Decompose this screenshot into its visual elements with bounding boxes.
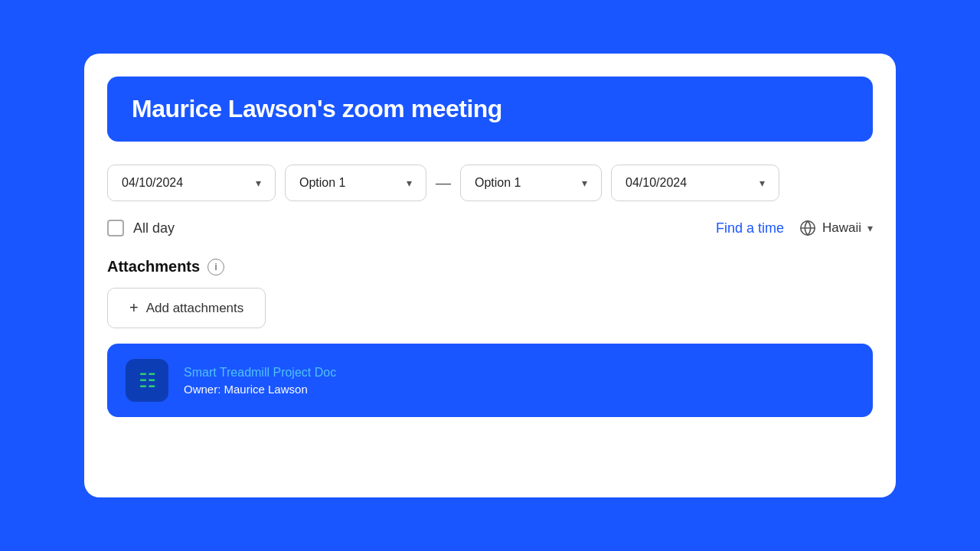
info-icon[interactable]: i [207, 259, 224, 276]
timezone-chevron-icon: ▾ [867, 222, 873, 234]
globe-icon [799, 220, 816, 236]
title-bar: Maurice Lawson's zoom meeting [107, 77, 873, 142]
end-date-value: 04/10/2024 [626, 176, 687, 190]
start-option-select[interactable]: Option 1 ▾ [285, 165, 426, 201]
attachment-item[interactable]: ☷ Smart Treadmill Project Doc Owner: Mau… [107, 344, 873, 417]
timezone-selector[interactable]: Hawaii ▾ [799, 220, 873, 236]
add-attachments-button[interactable]: + Add attachments [107, 288, 266, 328]
plus-icon: + [129, 299, 139, 317]
attachments-section: Attachments i + Add attachments ☷ Smart … [84, 258, 896, 417]
end-option-select[interactable]: Option 1 ▾ [460, 165, 602, 201]
attachment-name: Smart Treadmill Project Doc [184, 366, 336, 380]
all-day-row: All day Find a time Hawaii ▾ [107, 220, 873, 236]
end-date-chevron-icon: ▾ [760, 177, 765, 189]
timezone-label: Hawaii [822, 220, 861, 236]
end-option-value: Option 1 [475, 176, 521, 190]
all-day-checkbox[interactable] [107, 220, 124, 236]
attachment-owner: Owner: Maurice Lawson [184, 383, 336, 396]
attachments-title: Attachments [107, 258, 200, 276]
form-section: 04/10/2024 ▾ Option 1 ▾ — Option 1 ▾ 04/… [84, 142, 896, 236]
start-option-chevron-icon: ▾ [407, 177, 412, 189]
all-day-label: All day [133, 220, 175, 236]
dash-separator: — [436, 174, 451, 192]
end-date-select[interactable]: 04/10/2024 ▾ [611, 165, 779, 201]
start-option-value: Option 1 [299, 176, 345, 190]
attachments-header: Attachments i [107, 258, 873, 276]
add-attachments-label: Add attachments [146, 301, 244, 316]
start-date-chevron-icon: ▾ [256, 177, 261, 189]
date-row: 04/10/2024 ▾ Option 1 ▾ — Option 1 ▾ 04/… [107, 165, 873, 201]
start-date-select[interactable]: 04/10/2024 ▾ [107, 165, 276, 201]
meeting-title: Maurice Lawson's zoom meeting [132, 95, 502, 122]
end-option-chevron-icon: ▾ [582, 177, 587, 189]
modal-container: Maurice Lawson's zoom meeting 04/10/2024… [84, 54, 896, 497]
document-icon: ☷ [139, 369, 156, 393]
start-date-value: 04/10/2024 [122, 176, 183, 190]
attachment-info: Smart Treadmill Project Doc Owner: Mauri… [184, 366, 336, 396]
find-a-time-link[interactable]: Find a time [716, 220, 784, 236]
attachment-icon-wrapper: ☷ [126, 359, 168, 402]
all-day-right: Find a time Hawaii ▾ [716, 220, 873, 236]
all-day-left: All day [107, 220, 716, 236]
